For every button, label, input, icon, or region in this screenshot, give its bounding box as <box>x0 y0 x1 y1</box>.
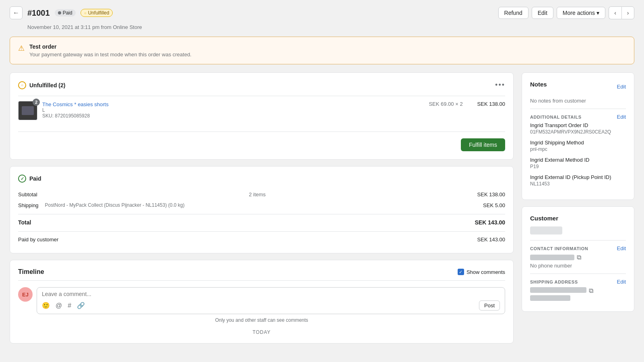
show-comments-toggle[interactable]: ✓ Show comments <box>458 269 505 275</box>
warning-icon: ⚠ <box>18 44 25 53</box>
additional-value-3: NL11453 <box>530 181 626 187</box>
contact-email-placeholder <box>530 255 574 260</box>
test-order-banner: ⚠ Test order Your payment gateway was in… <box>10 37 634 64</box>
order-navigation: ‹ › <box>609 6 634 19</box>
shipping-copy-icon[interactable]: ⧉ <box>589 287 593 294</box>
customer-name-placeholder <box>530 226 562 234</box>
chevron-down-icon: ▾ <box>597 10 599 16</box>
comment-input-wrap[interactable]: 🙂 @ # 🔗 Post <box>37 287 505 314</box>
more-actions-label: More actions <box>563 10 595 16</box>
shipping-address-label: SHIPPING ADDRESS <box>530 280 578 284</box>
show-comments-label: Show comments <box>466 269 505 275</box>
product-sku: SKU: 8720195085928 <box>42 113 424 119</box>
subtotal-amount: SEK 138.00 <box>477 191 505 197</box>
shipping-row: Shipping PostNord - MyPack Collect (Disc… <box>18 200 505 211</box>
divider-1 <box>530 109 626 109</box>
total-amount: SEK 143.00 <box>475 219 506 226</box>
today-label: TODAY <box>18 329 505 335</box>
notes-empty-text: No notes from customer <box>530 98 586 104</box>
only-staff-note: Only you and other staff can see comment… <box>18 317 505 323</box>
additional-item-3: Ingrid External ID (Pickup Point ID) NL1… <box>530 174 626 187</box>
shipping-label: Shipping <box>18 202 39 208</box>
shipping-desc: PostNord - MyPack Collect (Discus Pijnac… <box>45 202 477 208</box>
edit-button[interactable]: Edit <box>532 7 553 19</box>
notes-title: Notes <box>530 81 547 88</box>
divider-shipping <box>530 274 626 274</box>
no-phone-text: No phone number <box>530 263 626 269</box>
timeline-title: Timeline <box>18 268 44 276</box>
comment-area: EJ 🙂 @ # 🔗 Post <box>18 287 505 314</box>
paid-by-amount: SEK 143.00 <box>477 237 505 243</box>
main-content: ○ Unfulfilled (2) ••• 2 The Cosmics * ea… <box>10 72 514 350</box>
payment-title: ✓ Paid <box>18 175 41 183</box>
timeline-card: Timeline ✓ Show comments EJ 🙂 @ # <box>10 260 514 343</box>
emoji-icon[interactable]: 🙂 <box>42 302 50 309</box>
contact-info-edit-link[interactable]: Edit <box>617 245 626 251</box>
product-name-link[interactable]: The Cosmics * easies shorts <box>42 101 109 107</box>
additional-label-2: Ingrid External Method ID <box>530 157 626 163</box>
unfulfilled-more-button[interactable]: ••• <box>495 81 505 89</box>
product-row: 2 The Cosmics * easies shorts L SKU: 872… <box>18 96 505 125</box>
sidebar: Notes Edit No notes from customer ADDITI… <box>522 72 634 350</box>
additional-item-1: Ingrid Shipping Method pnl-mpc <box>530 140 626 152</box>
subtotal-items: 2 items <box>249 191 266 197</box>
product-price: SEK 69.00 × 2 <box>429 101 462 107</box>
link-icon[interactable]: 🔗 <box>77 302 85 309</box>
header-actions: Refund Edit More actions ▾ ‹ › <box>498 6 634 19</box>
additional-value-1: pnl-mpc <box>530 146 626 152</box>
comment-input[interactable] <box>42 291 500 297</box>
order-subtitle: November 10, 2021 at 3:11 pm from Online… <box>27 24 634 30</box>
notes-edit-link[interactable]: Edit <box>617 84 626 90</box>
order-number: #1001 <box>27 8 50 18</box>
contact-info-label: CONTACT INFORMATION <box>530 246 588 251</box>
back-button[interactable]: ← <box>10 6 23 19</box>
product-qty-badge: 2 <box>33 99 40 106</box>
additional-label-3: Ingrid External ID (Pickup Point ID) <box>530 174 626 180</box>
total-row: Total SEK 143.00 <box>18 214 505 228</box>
hashtag-icon[interactable]: # <box>68 302 71 309</box>
shipping-address-header: SHIPPING ADDRESS Edit <box>530 279 626 285</box>
payment-card: ✓ Paid Subtotal 2 items SEK 138.00 Shipp… <box>10 166 514 253</box>
contact-email-row: ⧉ <box>530 254 626 261</box>
additional-item-2: Ingrid External Method ID P19 <box>530 157 626 169</box>
main-layout: ○ Unfulfilled (2) ••• 2 The Cosmics * ea… <box>10 72 634 350</box>
more-actions-button[interactable]: More actions ▾ <box>557 7 605 19</box>
additional-item-0: Ingrid Transport Order ID 01FM532APMRVPX… <box>530 122 626 135</box>
divider-contact <box>530 240 626 241</box>
additional-label-0: Ingrid Transport Order ID <box>530 122 626 128</box>
customer-card: Customer CONTACT INFORMATION Edit ⧉ No p… <box>522 206 634 312</box>
unfulfilled-badge: Unfulfilled <box>80 9 113 17</box>
additional-details-edit-link[interactable]: Edit <box>617 114 626 120</box>
back-icon: ← <box>13 9 19 16</box>
paid-badge: Paid <box>55 9 76 16</box>
product-total: SEK 138.00 <box>477 101 505 107</box>
copy-icon[interactable]: ⧉ <box>577 254 581 261</box>
payment-card-header: ✓ Paid <box>18 175 505 183</box>
mention-icon[interactable]: @ <box>56 302 62 309</box>
next-order-button[interactable]: › <box>621 6 634 19</box>
additional-value-0: 01FM532APMRVPX9N2JRS0CEA2Q <box>530 129 626 135</box>
test-banner-content: Test order Your payment gateway was in t… <box>29 43 192 58</box>
unfulfilled-label: Unfulfilled (2) <box>29 82 65 88</box>
fulfill-items-button[interactable]: Fulfill items <box>461 138 505 151</box>
fulfill-btn-row: Fulfill items <box>18 132 505 151</box>
post-button[interactable]: Post <box>479 300 500 311</box>
refund-button[interactable]: Refund <box>498 7 528 19</box>
payment-label: Paid <box>29 175 41 182</box>
contact-info-header: CONTACT INFORMATION Edit <box>530 245 626 251</box>
paid-by-label: Paid by customer <box>18 237 58 243</box>
additional-value-2: P19 <box>530 164 626 169</box>
unfulfilled-title: ○ Unfulfilled (2) <box>18 81 65 89</box>
subtotal-row: Subtotal 2 items SEK 138.00 <box>18 189 505 200</box>
show-comments-checkbox[interactable]: ✓ <box>458 269 464 275</box>
additional-details-label: ADDITIONAL DETAILS <box>530 115 582 119</box>
shipping-address-placeholder <box>530 287 586 303</box>
prev-order-button[interactable]: ‹ <box>609 6 621 19</box>
product-image-placeholder <box>22 106 34 115</box>
notes-card: Notes Edit No notes from customer ADDITI… <box>522 72 634 200</box>
shipping-address-edit-link[interactable]: Edit <box>617 279 626 285</box>
paid-icon: ✓ <box>18 175 26 183</box>
avatar: EJ <box>18 287 33 302</box>
additional-details-header: ADDITIONAL DETAILS Edit <box>530 114 626 120</box>
additional-label-1: Ingrid Shipping Method <box>530 140 626 146</box>
